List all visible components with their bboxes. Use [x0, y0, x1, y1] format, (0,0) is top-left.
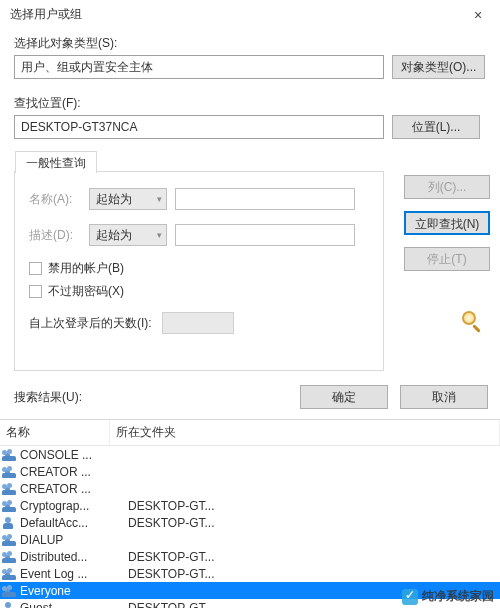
query-tabbox: 一般性查询 名称(A): 起始为 ▾ 描述(D): 起始为 ▾ [14, 171, 384, 371]
object-types-button[interactable]: 对象类型(O)... [392, 55, 485, 79]
columns-button[interactable]: 列(C)... [404, 175, 490, 199]
group-icon [2, 533, 18, 547]
chevron-down-icon: ▾ [157, 194, 162, 204]
name-match-combo[interactable]: 起始为 ▾ [89, 188, 167, 210]
result-folder: DESKTOP-GT... [128, 516, 500, 530]
title-bar: 选择用户或组 × [0, 0, 500, 27]
search-icon [458, 311, 490, 333]
list-item[interactable]: Event Log ...DESKTOP-GT... [0, 565, 500, 582]
group-icon [2, 465, 18, 479]
list-item[interactable]: DIALUP [0, 531, 500, 548]
user-icon [2, 601, 18, 609]
chevron-down-icon: ▾ [157, 230, 162, 240]
group-icon [2, 482, 18, 496]
result-name: Event Log ... [20, 567, 128, 581]
find-now-button[interactable]: 立即查找(N) [404, 211, 490, 235]
result-name: CONSOLE ... [20, 448, 128, 462]
object-type-input[interactable] [14, 55, 384, 79]
result-name: Cryptograp... [20, 499, 128, 513]
result-name: DIALUP [20, 533, 128, 547]
result-name: CREATOR ... [20, 465, 128, 479]
results-header: 名称 所在文件夹 [0, 420, 500, 446]
object-type-label: 选择此对象类型(S): [14, 35, 488, 52]
group-icon [2, 550, 18, 564]
list-item[interactable]: Everyone [0, 582, 500, 599]
location-input[interactable] [14, 115, 384, 139]
result-folder: DESKTOP-GT... [128, 567, 500, 581]
search-results-label: 搜索结果(U): [14, 389, 82, 406]
location-label: 查找位置(F): [14, 95, 488, 112]
results-list: 名称 所在文件夹 CONSOLE ...CREATOR ...CREATOR .… [0, 419, 500, 608]
locations-button[interactable]: 位置(L)... [392, 115, 480, 139]
name-label: 名称(A): [29, 191, 81, 208]
days-since-logon-label: 自上次登录后的天数(I): [29, 315, 152, 332]
group-icon [2, 584, 18, 598]
list-item[interactable]: Cryptograp...DESKTOP-GT... [0, 497, 500, 514]
result-name: Everyone [20, 584, 128, 598]
result-folder: DESKTOP-GT... [128, 499, 500, 513]
list-item[interactable]: CREATOR ... [0, 463, 500, 480]
desc-input[interactable] [175, 224, 355, 246]
tab-general-query[interactable]: 一般性查询 [15, 151, 97, 173]
list-item[interactable]: CONSOLE ... [0, 446, 500, 463]
non-expiring-pw-label: 不过期密码(X) [48, 283, 124, 300]
column-folder[interactable]: 所在文件夹 [110, 420, 500, 445]
desc-label: 描述(D): [29, 227, 81, 244]
result-folder: DESKTOP-GT... [128, 550, 500, 564]
window-title: 选择用户或组 [10, 6, 82, 23]
close-icon[interactable]: × [464, 7, 492, 23]
result-name: Distributed... [20, 550, 128, 564]
desc-match-combo[interactable]: 起始为 ▾ [89, 224, 167, 246]
result-name: Guest [20, 601, 128, 609]
group-icon [2, 448, 18, 462]
list-item[interactable]: Distributed...DESKTOP-GT... [0, 548, 500, 565]
location-section: 查找位置(F): 位置(L)... [0, 87, 500, 139]
cancel-button[interactable]: 取消 [400, 385, 488, 409]
days-since-logon-input[interactable] [162, 312, 234, 334]
disabled-accounts-label: 禁用的帐户(B) [48, 260, 124, 277]
name-input[interactable] [175, 188, 355, 210]
column-name[interactable]: 名称 [0, 420, 110, 445]
group-icon [2, 499, 18, 513]
user-icon [2, 516, 18, 530]
result-name: CREATOR ... [20, 482, 128, 496]
disabled-accounts-checkbox[interactable] [29, 262, 42, 275]
list-item[interactable]: CREATOR ... [0, 480, 500, 497]
list-item[interactable]: DefaultAcc...DESKTOP-GT... [0, 514, 500, 531]
group-icon [2, 567, 18, 581]
object-type-section: 选择此对象类型(S): 对象类型(O)... [0, 27, 500, 79]
stop-button[interactable]: 停止(T) [404, 247, 490, 271]
result-name: DefaultAcc... [20, 516, 128, 530]
ok-button[interactable]: 确定 [300, 385, 388, 409]
non-expiring-pw-checkbox[interactable] [29, 285, 42, 298]
